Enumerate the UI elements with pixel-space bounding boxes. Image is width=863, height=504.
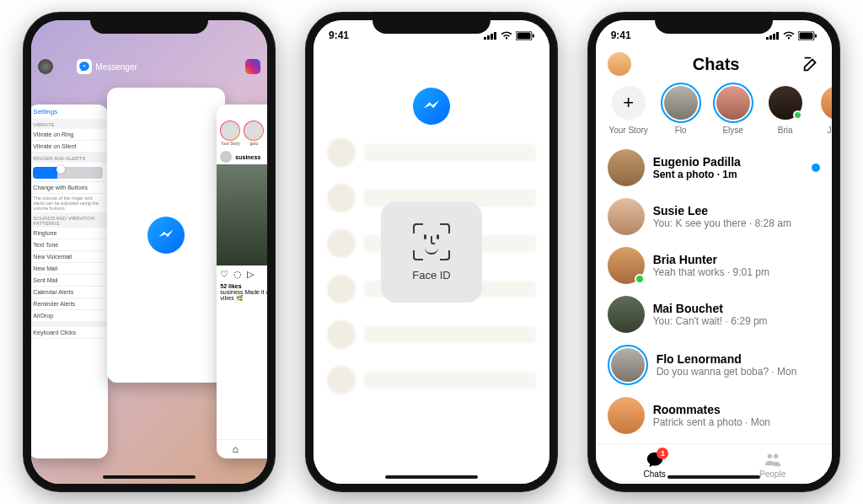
svg-rect-2 <box>490 34 493 40</box>
chat-avatar[interactable] <box>608 149 645 186</box>
notch <box>373 12 490 34</box>
phone-faceid: 9:41 Face ID <box>305 12 558 492</box>
section-label: RINGER AND ALERTS <box>31 153 108 163</box>
faceid-prompt: Face ID <box>381 201 482 303</box>
svg-rect-10 <box>776 32 779 40</box>
chat-preview: Sent a photo · 1m <box>653 169 803 180</box>
chat-name: Mai Bouchet <box>653 302 820 315</box>
chat-preview: You: K see you there · 8:28 am <box>653 217 820 229</box>
svg-rect-0 <box>484 37 486 40</box>
chat-row[interactable]: Flo LenormandDo you wanna get boba? · Mo… <box>596 339 832 391</box>
ringer-slider[interactable] <box>31 163 108 182</box>
instagram-story-row: Your Story goto <box>217 117 267 149</box>
home-indicator[interactable] <box>667 475 760 479</box>
story-row[interactable]: +Your StoryFloElyseBriaJame <box>596 76 832 143</box>
setting-row[interactable]: Vibrate on Silent <box>31 141 108 153</box>
chat-avatar[interactable] <box>608 397 645 434</box>
story-add[interactable]: +Your Story <box>608 83 650 135</box>
app-card-messenger[interactable] <box>107 88 225 383</box>
chat-row[interactable]: Susie LeeYou: K see you there · 8:28 am <box>596 192 832 241</box>
setting-row[interactable]: Reminder Alerts <box>31 298 108 310</box>
post-image[interactable] <box>217 164 267 265</box>
phone-app-switcher: Messenger Settings VIBRATE Vibrate on Ri… <box>23 12 276 492</box>
svg-rect-9 <box>773 34 775 40</box>
story-item[interactable]: Flo <box>660 83 702 135</box>
messenger-chip[interactable]: Messenger <box>77 59 137 74</box>
status-time: 9:41 <box>329 29 349 41</box>
chat-list[interactable]: Eugenio PadillaSent a photo · 1mSusie Le… <box>596 143 832 443</box>
setting-row[interactable]: Keyboard Clicks <box>31 327 108 339</box>
screen: Messenger Settings VIBRATE Vibrate on Ri… <box>31 20 267 484</box>
settings-chip[interactable] <box>38 59 53 74</box>
chat-row[interactable]: Mai BouchetYou: Can't wait! · 6:29 pm <box>596 290 832 339</box>
story-label: Your Story <box>608 126 647 135</box>
chat-preview: Patrick sent a photo · Mon <box>653 416 820 428</box>
faceid-icon <box>413 223 450 260</box>
chat-avatar[interactable] <box>608 296 645 333</box>
chat-preview: Yeah that works · 9:01 pm <box>653 266 820 278</box>
svg-rect-12 <box>799 32 812 39</box>
setting-row[interactable]: Calendar Alerts <box>31 287 108 298</box>
story-label: Your Story <box>220 141 240 146</box>
story-item[interactable]: Bria <box>764 83 807 135</box>
post-likes[interactable]: 52 likes <box>217 283 267 289</box>
story-label: Flo <box>675 126 687 135</box>
svg-rect-7 <box>766 37 769 40</box>
battery-icon <box>516 31 534 40</box>
chat-avatar[interactable] <box>608 345 648 385</box>
chat-avatar[interactable] <box>608 247 645 284</box>
chat-row[interactable]: RoommatesPatrick sent a photo · Mon <box>596 391 832 440</box>
post-author-avatar[interactable] <box>220 151 232 163</box>
wifi-icon <box>783 31 795 40</box>
setting-row[interactable]: New Voicemail <box>31 251 108 263</box>
svg-rect-6 <box>533 34 534 37</box>
like-icon[interactable]: ♡ <box>220 269 228 280</box>
svg-rect-1 <box>487 35 490 40</box>
app-card-settings[interactable]: Settings VIBRATE Vibrate on Ring Vibrate… <box>31 105 108 458</box>
status-time: 9:41 <box>611 29 631 41</box>
chat-row[interactable]: Eugenio PadillaSent a photo · 1m <box>596 143 832 192</box>
messenger-logo-icon <box>413 88 450 125</box>
chat-name: Bria Hunter <box>653 253 820 266</box>
setting-row[interactable]: Sent Mail <box>31 275 108 287</box>
profile-avatar[interactable] <box>608 52 631 76</box>
home-indicator[interactable] <box>385 475 478 479</box>
section-label: VIBRATE <box>31 119 108 129</box>
messenger-chip-label: Messenger <box>95 62 137 72</box>
story-label: Elyse <box>722 126 742 135</box>
wifi-icon <box>501 31 512 40</box>
cellular-icon <box>484 31 497 40</box>
chat-name: Roommates <box>653 403 820 416</box>
chat-name: Eugenio Padilla <box>653 155 803 169</box>
setting-row[interactable]: New Mail <box>31 263 108 275</box>
post-author[interactable]: susiness <box>235 154 260 160</box>
story-item[interactable]: Jame <box>817 83 832 135</box>
instagram-chip[interactable] <box>245 59 260 74</box>
chat-preview: You: Can't wait! · 6:29 pm <box>653 315 820 327</box>
home-indicator[interactable] <box>103 475 196 479</box>
chat-name: Flo Lenormand <box>657 352 820 366</box>
comment-icon[interactable]: ◌ <box>233 269 242 280</box>
app-switcher-header: Messenger <box>31 59 267 74</box>
setting-row[interactable]: Vibrate on Ring <box>31 129 108 141</box>
setting-row[interactable]: Change with Buttons <box>31 182 108 194</box>
faceid-label: Face ID <box>412 269 451 281</box>
svg-rect-5 <box>517 32 530 39</box>
story-avatar[interactable] <box>244 121 264 141</box>
share-icon[interactable]: ▷ <box>247 269 254 280</box>
story-item[interactable]: Elyse <box>712 83 754 135</box>
chat-avatar[interactable] <box>608 198 645 235</box>
app-card-instagram[interactable]: ⌂ Your Story goto susiness ♡ ◌ ▷ 52 like… <box>217 105 267 458</box>
compose-icon[interactable] <box>801 55 820 73</box>
post-caption: susiness Made it winter vibes 🌿 <box>217 289 267 302</box>
setting-row[interactable]: AirDrop <box>31 310 108 322</box>
tab-badge: 1 <box>657 448 668 459</box>
home-icon[interactable]: ⌂ <box>233 443 239 455</box>
setting-row[interactable]: Ringtone <box>31 228 108 239</box>
messenger-icon <box>77 59 92 74</box>
status-online-dot <box>793 110 802 120</box>
chat-row[interactable]: Bria HunterYeah that works · 9:01 pm <box>596 241 832 290</box>
setting-row[interactable]: Text Tone <box>31 239 108 251</box>
settings-back[interactable]: Settings <box>31 105 108 119</box>
story-avatar[interactable] <box>220 121 240 141</box>
